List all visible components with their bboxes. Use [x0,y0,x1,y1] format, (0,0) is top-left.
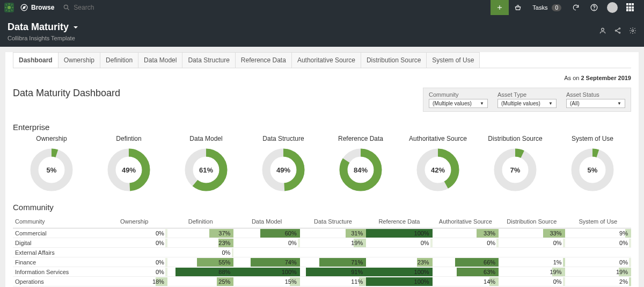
basket-icon [514,4,522,11]
tab-system-of-use[interactable]: System of Use [426,52,480,68]
donut-chart: 5% [30,148,74,192]
filter-select[interactable]: (Multiple values)▼ [497,99,557,108]
tab-authoritative-source[interactable]: Authoritative Source [291,52,361,68]
settings-button[interactable] [629,27,636,36]
cell: 100% [233,268,299,276]
filter-select[interactable]: (All)▼ [566,99,625,108]
th: Reference Data [366,218,432,225]
donut-value: 61% [199,166,213,174]
filter-label: Asset Type [497,91,557,98]
table-row: Digital0%23%0%19%0%0%0%0% [13,238,631,248]
user-avatar[interactable] [603,0,621,15]
donut-value: 7% [510,166,521,174]
cell [101,248,167,257]
enterprise-heading: Enterprise [13,123,631,132]
tab-definition[interactable]: Definition [100,52,138,68]
filter-select[interactable]: (Multiple values)▼ [429,99,488,108]
donut-value: 5% [588,166,598,174]
filters: Community(Multiple values)▼Asset Type(Mu… [423,88,631,112]
table-row: Information Services0%88%100%91%100%63%1… [13,267,631,277]
tab-data-structure[interactable]: Data Structure [182,52,235,68]
community-name: Information Services [13,269,101,275]
cell: 0% [167,248,233,257]
svg-point-17 [602,28,604,31]
svg-point-11 [64,5,68,9]
as-of-text: As on 2 September 2019 [13,75,631,81]
svg-line-8 [6,10,7,11]
cell: 1% [499,258,565,267]
th: System of Use [565,218,631,225]
donut-chart: 49% [107,148,151,192]
cell: 0% [101,268,167,276]
svg-point-18 [619,28,620,29]
community-name: Operations [13,278,101,285]
svg-point-16 [594,9,595,10]
app-logo[interactable] [4,3,14,12]
add-button[interactable] [491,0,509,15]
tasks-button[interactable]: Tasks 0 [527,4,567,11]
cell: 71% [300,258,366,267]
th: Definition [167,218,233,225]
svg-point-20 [619,32,620,33]
search-input[interactable] [74,4,181,11]
th: Data Model [233,218,299,225]
browse-button[interactable]: Browse [20,4,54,11]
cell: 37% [167,229,233,238]
browse-label: Browse [31,4,54,11]
th: Distribution Source [499,218,565,225]
cell [300,248,366,257]
donut-label: Data Structure [245,135,322,142]
cell [233,248,299,257]
cell: 0% [499,277,565,286]
chevron-down-icon [73,25,78,30]
donut-data-structure: Data Structure49% [245,135,322,192]
donut-chart: 49% [261,148,305,192]
share-button[interactable] [614,27,621,36]
cell [565,248,631,257]
donut-value: 49% [122,166,136,174]
cell: 19% [499,268,565,276]
community-name: Commercial [13,230,101,236]
share-icon [614,27,621,34]
cell: 100% [366,229,432,238]
donut-value: 5% [47,166,57,174]
cell: 55% [167,258,233,267]
user-icon-button[interactable] [599,27,606,36]
svg-point-19 [615,30,616,31]
refresh-button[interactable] [567,0,585,15]
donut-ownership: Ownership5% [13,135,90,192]
svg-line-7 [11,4,12,5]
donut-value: 49% [276,166,290,174]
donut-label: Defintion [90,135,167,142]
donut-label: Reference Data [322,135,399,142]
basket-button[interactable] [509,0,527,15]
tab-distribution-source[interactable]: Distribution Source [361,52,427,68]
cell: 18% [101,277,167,286]
tab-ownership[interactable]: Ownership [58,52,100,68]
cell: 0% [499,239,565,247]
apps-button[interactable] [621,0,640,15]
table-row: External Affairs0% [13,248,631,257]
cell: 15% [233,277,299,286]
tab-reference-data[interactable]: Reference Data [235,52,292,68]
community-heading: Community [13,203,631,212]
cell: 31% [300,229,366,238]
donut-chart: 7% [493,148,537,192]
tab-dashboard[interactable]: Dashboard [13,52,58,68]
search-area[interactable] [63,4,181,11]
donut-label: Ownership [13,135,90,142]
donut-label: Authoritative Source [399,135,477,142]
donut-reference-data: Reference Data84% [322,135,399,192]
help-button[interactable] [585,0,603,15]
page-title-dropdown[interactable]: Data Maturity [8,21,78,33]
donut-defintion: Defintion49% [90,135,167,192]
page-header: Data Maturity Collibra Insights Template [0,15,644,47]
svg-line-22 [617,31,619,33]
refresh-icon [572,4,580,11]
donut-label: Distribution Source [477,135,554,142]
cell: 19% [300,239,366,247]
tab-data-model[interactable]: Data Model [138,52,182,68]
donut-row: Ownership5%Defintion49%Data Model61%Data… [13,135,631,192]
cell: 0% [366,239,432,247]
dashboard-title: Data Maturity Dashboard [13,88,120,99]
